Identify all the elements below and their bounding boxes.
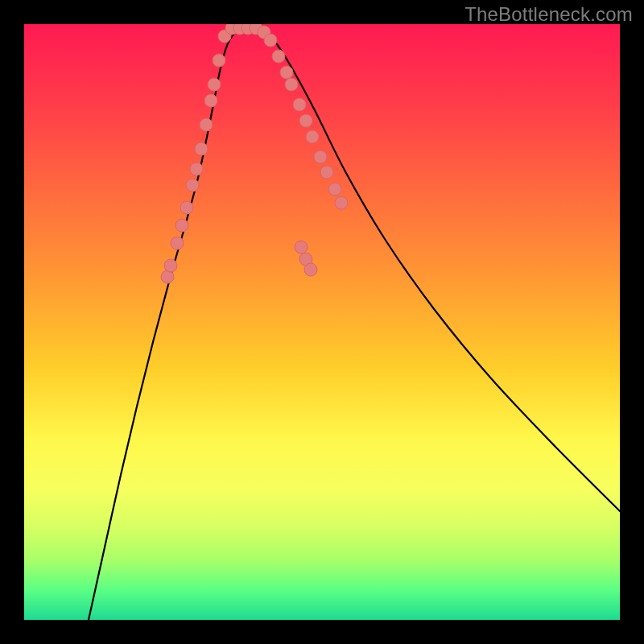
marker-dot [233,24,246,35]
marker-dot [195,142,208,155]
marker-dot [258,26,270,39]
marker-dot [225,24,238,35]
marker-dot [335,196,348,209]
marker-dot [272,50,285,63]
marker-dot [314,151,327,163]
curve-markers [161,24,348,283]
marker-dot [164,259,177,272]
bottleneck-curve [89,27,620,620]
plot-area [24,24,620,620]
marker-dot [328,183,341,196]
marker-dot [306,130,319,143]
marker-dot [186,179,199,192]
chart-frame: TheBottleneck.com [0,0,644,644]
marker-dot [285,78,298,91]
marker-dot [175,219,188,232]
marker-dot [299,253,312,266]
marker-dot [242,24,254,35]
marker-dot [208,78,221,91]
watermark-text: TheBottleneck.com [464,3,633,26]
bottleneck-curve-svg [24,24,620,620]
marker-dot [320,166,333,179]
marker-dot [299,114,312,127]
marker-dot [218,30,231,43]
marker-dot [204,94,217,107]
marker-dot [295,241,308,254]
marker-dot [293,98,306,111]
marker-dot [161,270,174,283]
marker-dot [180,201,193,214]
marker-dot [190,163,203,175]
marker-dot [200,118,213,131]
marker-dot [213,54,225,67]
marker-dot [250,24,262,35]
marker-dot [280,66,293,79]
marker-dot [304,263,317,276]
marker-dot [171,237,184,250]
marker-dot [264,34,277,47]
